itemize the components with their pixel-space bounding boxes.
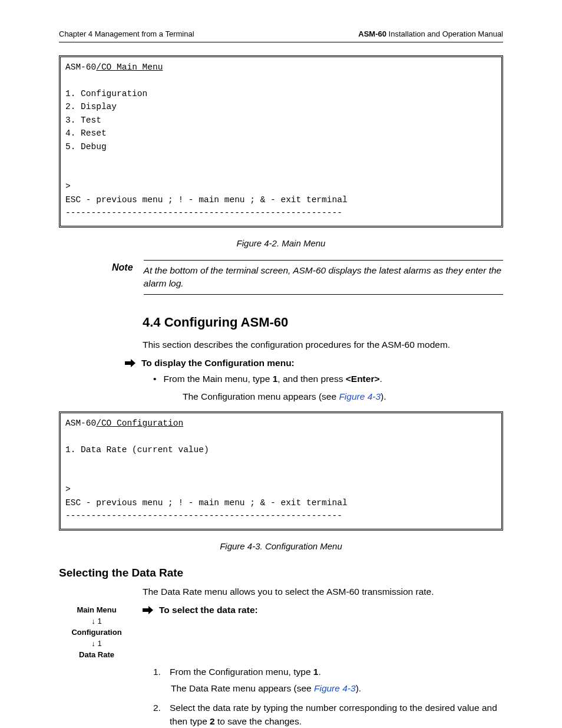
figure-caption-4-2: Figure 4-2. Main Menu bbox=[59, 238, 503, 248]
note-body: At the bottom of the terminal screen, AS… bbox=[144, 260, 503, 295]
figure-link-4-3[interactable]: Figure 4-3 bbox=[339, 391, 381, 401]
figure-caption-4-3: Figure 4-3. Configuration Menu bbox=[59, 541, 503, 551]
page: Chapter 4 Management from a Terminal ASM… bbox=[0, 0, 562, 728]
bullet-icon: • bbox=[153, 372, 156, 386]
header-left: Chapter 4 Management from a Terminal bbox=[59, 29, 194, 38]
terminal-hint: ESC - previous menu ; ! - main menu ; & … bbox=[65, 195, 348, 205]
page-header: Chapter 4 Management from a Terminal ASM… bbox=[59, 29, 503, 42]
terminal-config-menu: ASM-60/CO Configuration 1. Data Rate (cu… bbox=[59, 411, 503, 531]
procedure-arrow-icon bbox=[143, 606, 153, 614]
header-right: ASM-60 Installation and Operation Manual bbox=[358, 29, 503, 38]
step-number: 1. bbox=[153, 665, 164, 678]
procedure-arrow-icon bbox=[125, 359, 135, 367]
nav-down-icon: ↓ 1 bbox=[59, 638, 134, 650]
step-text: From the Configuration menu, type 1. bbox=[170, 665, 503, 678]
figure-link-4-3[interactable]: Figure 4-3 bbox=[314, 683, 356, 693]
header-doc-title: Installation and Operation Manual bbox=[386, 29, 503, 38]
procedure-body: To select the data rate: bbox=[143, 605, 503, 619]
section-intro: This section describes the configuration… bbox=[143, 338, 503, 351]
step-number: 2. bbox=[153, 701, 164, 728]
header-product: ASM-60 bbox=[358, 29, 386, 38]
data-rate-intro: The Data Rate menu allows you to select … bbox=[143, 585, 503, 598]
terminal-title-suffix: /CO Main Menu bbox=[96, 62, 163, 72]
note-label: Note bbox=[112, 260, 133, 273]
menu-item: 4. Reset bbox=[65, 129, 107, 138]
step-text: Select the data rate by typing the numbe… bbox=[170, 701, 503, 728]
terminal-prompt: > bbox=[65, 485, 71, 494]
menu-nav-path: Main Menu ↓ 1 Configuration ↓ 1 Data Rat… bbox=[59, 605, 134, 660]
note-block: Note At the bottom of the terminal scree… bbox=[112, 260, 503, 295]
menu-item: 2. Display bbox=[65, 102, 117, 111]
step-2: 2. Select the data rate by typing the nu… bbox=[153, 701, 503, 728]
subsection-heading-data-rate: Selecting the Data Rate bbox=[59, 566, 503, 579]
bullet-text: From the Main menu, type 1, and then pre… bbox=[163, 372, 382, 386]
procedure-select-rate: To select the data rate: bbox=[143, 605, 503, 615]
step-1: 1. From the Configuration menu, type 1. bbox=[153, 665, 503, 678]
terminal-title-suffix: /CO Configuration bbox=[96, 419, 183, 428]
nav-node: Data Rate bbox=[59, 650, 134, 661]
terminal-rule: ----------------------------------------… bbox=[65, 208, 342, 218]
terminal-main-menu: ASM-60/CO Main Menu 1. Configuration 2. … bbox=[59, 55, 503, 228]
terminal-hint: ESC - previous menu ; ! - main menu ; & … bbox=[65, 498, 348, 508]
nav-node: Configuration bbox=[59, 627, 134, 638]
nav-and-procedure: Main Menu ↓ 1 Configuration ↓ 1 Data Rat… bbox=[59, 605, 503, 660]
menu-item: 1. Configuration bbox=[65, 89, 147, 98]
menu-item: 1. Data Rate (current value) bbox=[65, 445, 209, 454]
step-1-result: The Data Rate menu appears (see Figure 4… bbox=[171, 681, 503, 695]
section-heading-4-4: 4.4 Configuring ASM-60 bbox=[143, 315, 503, 330]
terminal-title-prefix: ASM-60 bbox=[65, 419, 96, 428]
nav-node: Main Menu bbox=[59, 605, 134, 616]
procedure-heading: To select the data rate: bbox=[159, 605, 258, 615]
procedure-display-config: To display the Configuration menu: bbox=[125, 358, 503, 368]
bullet-result: The Configuration menu appears (see Figu… bbox=[183, 390, 503, 403]
nav-down-icon: ↓ 1 bbox=[59, 616, 134, 627]
terminal-rule: ----------------------------------------… bbox=[65, 511, 342, 521]
terminal-prompt: > bbox=[65, 182, 71, 191]
bullet-item: • From the Main menu, type 1, and then p… bbox=[153, 372, 503, 386]
menu-item: 3. Test bbox=[65, 116, 101, 125]
terminal-title-prefix: ASM-60 bbox=[65, 62, 96, 72]
menu-item: 5. Debug bbox=[65, 142, 107, 151]
procedure-heading: To display the Configuration menu: bbox=[141, 358, 295, 368]
